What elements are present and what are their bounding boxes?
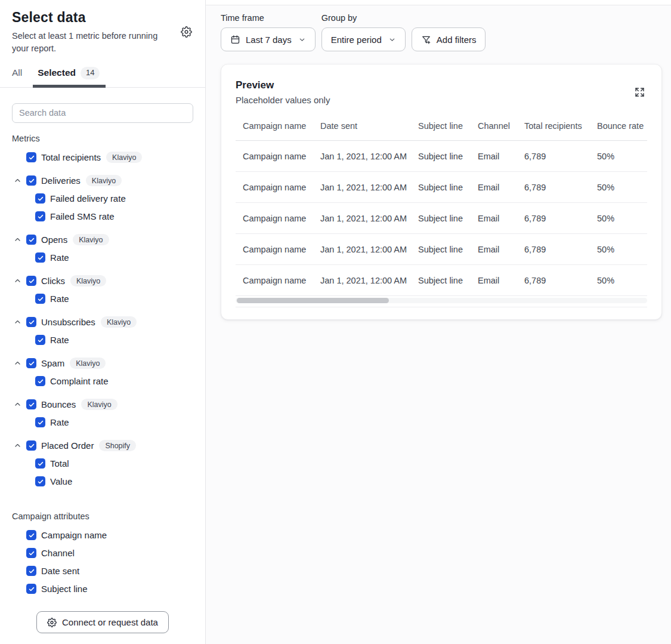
source-badge: Klaviyo bbox=[70, 275, 106, 286]
table-cell: Email bbox=[471, 214, 517, 223]
source-badge: Klaviyo bbox=[81, 399, 117, 410]
column-header: Total recipients bbox=[517, 121, 590, 140]
chevron-down-icon bbox=[388, 36, 396, 44]
submetric-checkbox[interactable] bbox=[35, 417, 45, 427]
metric-group: Unsubscribes Klaviyo Rate bbox=[12, 313, 193, 349]
metric-checkbox[interactable] bbox=[26, 440, 36, 451]
attribute-label: Channel bbox=[41, 548, 75, 558]
metric-checkbox[interactable] bbox=[26, 152, 36, 162]
table-cell: Jan 1, 2021, 12:00 AM bbox=[313, 276, 411, 285]
metric-label: Opens bbox=[41, 235, 67, 245]
submetric-checkbox[interactable] bbox=[35, 376, 45, 386]
table-cell: Jan 1, 2021, 12:00 AM bbox=[313, 214, 411, 223]
chevron-up-icon[interactable] bbox=[13, 277, 21, 285]
chevron-up-icon[interactable] bbox=[13, 318, 21, 326]
submetric-checkbox[interactable] bbox=[35, 335, 45, 345]
table-cell: 6,789 bbox=[517, 245, 590, 254]
select-data-panel: Select data Select at least 1 metric bef… bbox=[0, 0, 206, 644]
metric-row: Spam Klaviyo bbox=[12, 355, 193, 372]
connect-or-request-data-button[interactable]: Connect or request data bbox=[36, 611, 169, 633]
attribute-checkbox[interactable] bbox=[26, 584, 36, 594]
group-by-dropdown[interactable]: Entire period bbox=[321, 27, 406, 51]
time-frame-dropdown[interactable]: Last 7 days bbox=[221, 27, 316, 51]
metric-group: Total recipients Klaviyo bbox=[12, 149, 193, 167]
metric-group: Clicks Klaviyo Rate bbox=[12, 272, 193, 308]
metric-checkbox[interactable] bbox=[26, 317, 36, 327]
metric-checkbox[interactable] bbox=[26, 358, 36, 368]
metric-row: Deliveries Klaviyo bbox=[12, 172, 193, 190]
panel-title: Select data bbox=[12, 10, 193, 26]
tab-label: All bbox=[12, 67, 22, 78]
source-badge: Klaviyo bbox=[101, 316, 137, 328]
table-row: Campaign nameJan 1, 2021, 12:00 AMSubjec… bbox=[236, 203, 647, 234]
tab-selected[interactable]: Selected 14 bbox=[38, 63, 100, 87]
submetric-checkbox[interactable] bbox=[35, 458, 45, 469]
submetric-label: Rate bbox=[50, 294, 69, 304]
group-by-group: Group by Entire period bbox=[321, 13, 406, 51]
attribute-checkbox[interactable] bbox=[26, 548, 36, 558]
add-filters-button[interactable]: Add filters bbox=[412, 27, 486, 51]
table-cell: Subject line bbox=[411, 245, 471, 254]
chevron-up-icon[interactable] bbox=[13, 442, 21, 450]
metric-children: Rate bbox=[12, 290, 193, 308]
submetric-checkbox[interactable] bbox=[35, 294, 45, 304]
metric-checkbox[interactable] bbox=[26, 276, 36, 286]
metric-label: Spam bbox=[41, 358, 64, 368]
scrollbar-thumb[interactable] bbox=[237, 298, 389, 303]
chevron-up-icon[interactable] bbox=[13, 359, 21, 368]
metric-checkbox[interactable] bbox=[26, 235, 36, 245]
expand-icon bbox=[634, 87, 645, 98]
table-cell: Subject line bbox=[411, 183, 471, 192]
preview-subtitle: Placeholder values only bbox=[236, 95, 330, 105]
expand-preview-button[interactable] bbox=[632, 84, 647, 100]
metric-checkbox[interactable] bbox=[26, 175, 36, 186]
source-badge: Klaviyo bbox=[106, 152, 142, 163]
horizontal-scrollbar[interactable] bbox=[236, 298, 647, 303]
metric-children: Rate bbox=[12, 414, 193, 432]
metric-row: Placed Order Shopify bbox=[12, 437, 193, 455]
preview-title: Preview bbox=[236, 79, 330, 91]
time-frame-group: Time frame Last 7 days bbox=[221, 13, 316, 51]
metric-label: Deliveries bbox=[41, 175, 81, 186]
panel-subtitle: Select at least 1 metric before running … bbox=[12, 30, 162, 55]
submetric-checkbox[interactable] bbox=[35, 476, 45, 486]
table-cell: 6,789 bbox=[517, 214, 590, 223]
table-row: Campaign nameJan 1, 2021, 12:00 AMSubjec… bbox=[236, 265, 647, 296]
table-cell: 6,789 bbox=[517, 276, 590, 285]
tab-label: Selected bbox=[38, 67, 76, 78]
table-cell: Campaign name bbox=[236, 152, 313, 161]
metrics-list: Total recipients Klaviyo Deliveries Klav… bbox=[12, 149, 193, 496]
submetric-label: Rate bbox=[50, 417, 69, 427]
metric-label: Bounces bbox=[41, 399, 76, 409]
table-cell: Campaign name bbox=[236, 183, 313, 192]
table-cell: Email bbox=[471, 183, 517, 192]
settings-button[interactable] bbox=[178, 23, 194, 40]
metric-group: Deliveries Klaviyo Failed delivery rate … bbox=[12, 172, 193, 226]
time-frame-label: Time frame bbox=[221, 13, 316, 23]
add-filters-label: Add filters bbox=[437, 35, 477, 45]
source-badge: Klaviyo bbox=[70, 358, 106, 369]
submetric-row: Value bbox=[12, 473, 193, 491]
submetric-label: Value bbox=[50, 476, 72, 486]
chevron-up-icon[interactable] bbox=[13, 177, 21, 185]
search-input[interactable] bbox=[12, 103, 193, 123]
attribute-checkbox[interactable] bbox=[26, 530, 36, 540]
table-cell: Jan 1, 2021, 12:00 AM bbox=[313, 183, 411, 192]
metric-row: Bounces Klaviyo bbox=[12, 396, 193, 414]
submetric-checkbox[interactable] bbox=[35, 211, 45, 221]
table-cell: 50% bbox=[590, 183, 647, 192]
submetric-checkbox[interactable] bbox=[35, 252, 45, 263]
submetric-checkbox[interactable] bbox=[35, 193, 45, 204]
chevron-up-icon[interactable] bbox=[13, 400, 21, 409]
attribute-row: Channel bbox=[12, 544, 193, 562]
report-content: Time frame Last 7 days Group by Entire p… bbox=[206, 5, 671, 644]
chevron-up-icon[interactable] bbox=[13, 236, 21, 244]
tab-all[interactable]: All bbox=[12, 63, 22, 87]
metric-checkbox[interactable] bbox=[26, 399, 36, 409]
attribute-row: Subject line bbox=[12, 580, 193, 598]
table-cell: Jan 1, 2021, 12:00 AM bbox=[313, 245, 411, 254]
column-header: Campaign name bbox=[236, 121, 313, 140]
metric-group: Opens Klaviyo Rate bbox=[12, 231, 193, 267]
attribute-checkbox[interactable] bbox=[26, 566, 36, 576]
table-bottom-divider bbox=[236, 307, 647, 307]
